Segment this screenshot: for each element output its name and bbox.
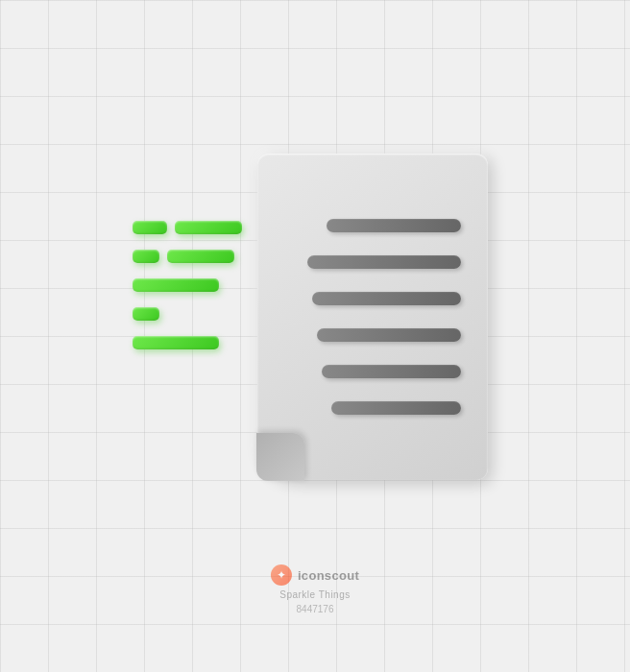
list-row-2 [133,250,242,263]
watermark: ✦ iconscout Sparkle Things 8447176 [271,564,359,614]
doc-line-6 [331,401,461,415]
watermark-site-name: iconscout [298,568,359,583]
green-block-medium-2 [167,250,234,263]
document-corner-fold [256,433,304,481]
doc-line-4 [317,328,461,342]
green-block-tiny [133,250,159,263]
document-card [257,154,488,480]
list-row-4 [133,307,242,321]
watermark-logo: ✦ iconscout [271,564,359,586]
green-block-long-2 [133,336,219,349]
green-block-long [133,278,219,292]
illustration-scene [113,106,517,566]
doc-line-1 [327,219,461,232]
green-block-medium [175,221,242,234]
doc-line-2 [307,255,461,269]
watermark-subtitle: Sparkle Things [279,589,351,600]
green-list-container [133,221,242,349]
green-block-short [133,221,167,234]
doc-line-3 [312,292,461,305]
list-row-5 [133,336,242,349]
iconscout-logo-icon: ✦ [271,564,292,586]
list-row-1 [133,221,242,234]
doc-line-5 [322,365,461,378]
green-block-tiny-2 [133,307,159,321]
watermark-id: 8447176 [297,604,334,614]
list-row-3 [133,278,242,292]
